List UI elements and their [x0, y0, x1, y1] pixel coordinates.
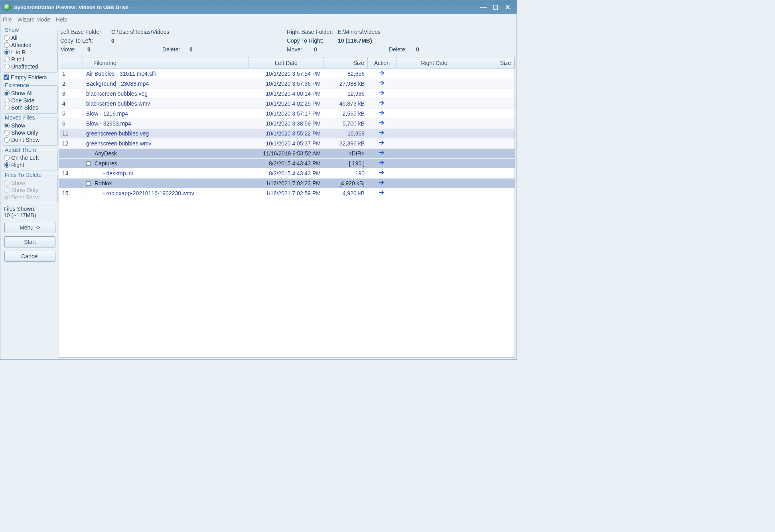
radio-ex-0[interactable]: Show All — [4, 90, 56, 97]
main-panel: Left Base Folder:C:\Users\Tobias\Videos … — [59, 27, 515, 358]
radio-input[interactable] — [4, 35, 10, 41]
radio-input[interactable] — [4, 162, 10, 168]
radio-label: Right — [11, 162, 24, 168]
table-row[interactable]: 2Background - 23088.mp410/1/2020 3:57:36… — [59, 79, 515, 89]
group-show-legend: Show — [4, 27, 20, 33]
arrow-right-icon[interactable] — [368, 160, 396, 167]
table-row[interactable]: 15└ robloxapp-20210116-1902230.wmv1/16/2… — [59, 188, 515, 198]
radio-label: Show — [11, 180, 25, 186]
radio-show-1[interactable]: Affected — [4, 41, 56, 49]
app-window: Synchronization Preview: Videos to USB D… — [0, 0, 517, 360]
radio-label: Show — [11, 122, 25, 129]
radio-label: All — [11, 35, 18, 41]
group-show: Show AllAffectedL to RR to LUnaffected — [2, 27, 58, 73]
row-number: 1 — [59, 71, 83, 77]
menu-file[interactable]: File — [3, 16, 12, 23]
radio-mv-0[interactable]: Show — [4, 122, 56, 129]
col-size-left[interactable]: Size — [324, 57, 368, 69]
table-row[interactable]: 1Air Bubbles - 31611.mp4.sfk10/1/2020 3:… — [59, 69, 515, 79]
row-filename: greenscreen bubbles.wmv — [83, 140, 249, 147]
arrow-right-icon[interactable] — [368, 130, 396, 137]
table-row[interactable]: 5Blow - 1219.mp410/1/2020 3:57:17 PM2,56… — [59, 109, 515, 119]
row-left-date: 10/1/2020 4:05:37 PM — [249, 140, 324, 147]
radio-input[interactable] — [4, 105, 10, 110]
radio-show-2[interactable]: L to R — [4, 49, 56, 56]
table-row[interactable]: 4blackscreen bubbles.wmv10/1/2020 4:02:2… — [59, 99, 515, 109]
menu-help[interactable]: Help — [56, 16, 67, 23]
filename-text: Roblox — [95, 180, 112, 186]
radio-input[interactable] — [4, 42, 10, 48]
col-action[interactable]: Action — [368, 57, 396, 69]
row-left-date: 10/1/2020 4:00:14 PM — [249, 90, 324, 97]
radio-show-0[interactable]: All — [4, 34, 56, 41]
table-row[interactable]: 3blackscreen bubbles.veg10/1/2020 4:00:1… — [59, 89, 515, 99]
file-table: Filename Left Date Size Action Right Dat… — [59, 57, 515, 358]
maximize-button[interactable]: ☐ — [489, 3, 501, 11]
menu-wizard-mode[interactable]: Wizard Mode — [18, 16, 50, 23]
radio-input[interactable] — [4, 130, 10, 135]
filename-text: blackscreen bubbles.veg — [86, 90, 148, 97]
empty-folders-input[interactable] — [4, 75, 9, 80]
start-button[interactable]: Start — [4, 236, 55, 247]
row-filename: └ robloxapp-20210116-1902230.wmv — [83, 190, 249, 196]
radio-mv-2[interactable]: Don't Show — [4, 136, 56, 143]
radio-input[interactable] — [4, 64, 10, 69]
row-size: 27,988 kB — [324, 80, 368, 87]
radio-input[interactable] — [4, 123, 10, 128]
radio-input[interactable] — [4, 49, 10, 55]
arrow-right-icon[interactable] — [368, 120, 396, 127]
row-filename: AnyDesk — [83, 150, 249, 157]
table-row-dir[interactable]: AnyDesk11/16/2018 9:53:52 AM<DIR> — [59, 149, 515, 159]
files-shown-label: Files Shown: — [4, 206, 58, 212]
col-size-right[interactable]: Size — [472, 57, 515, 69]
radio-dl-2: Don't Show — [4, 194, 56, 201]
radio-input[interactable] — [4, 90, 10, 96]
arrow-right-icon[interactable] — [368, 90, 396, 97]
radio-input[interactable] — [4, 137, 10, 143]
radio-mv-1[interactable]: Show Only — [4, 129, 56, 136]
titlebar[interactable]: Synchronization Preview: Videos to USB D… — [0, 0, 517, 14]
col-right-date[interactable]: Right Date — [396, 57, 472, 69]
row-number: 15 — [59, 190, 83, 196]
left-base-folder-label: Left Base Folder: — [60, 27, 108, 36]
radio-input — [4, 194, 10, 200]
radio-show-3[interactable]: R to L — [4, 56, 56, 63]
arrow-right-icon[interactable] — [368, 180, 396, 187]
expander-icon[interactable]: - — [86, 161, 91, 166]
arrow-right-icon[interactable] — [368, 100, 396, 107]
radio-input[interactable] — [4, 98, 10, 103]
table-row-dir[interactable]: -Roblox1/16/2021 7:02:23 PM[4,920 kB] — [59, 179, 515, 188]
col-left-date[interactable]: Left Date — [249, 57, 324, 69]
menu-button[interactable]: Menu -> — [4, 222, 55, 233]
table-row[interactable]: 6Blow - 32953.mp410/1/2020 3:38:59 PM5,7… — [59, 119, 515, 129]
col-filename[interactable]: Filename — [83, 57, 249, 69]
table-row[interactable]: 12greenscreen bubbles.wmv10/1/2020 4:05:… — [59, 139, 515, 149]
arrow-right-icon[interactable] — [368, 140, 396, 147]
arrow-right-icon[interactable] — [368, 150, 396, 157]
minimize-button[interactable]: — — [477, 3, 489, 11]
radio-show-4[interactable]: Unaffected — [4, 63, 56, 70]
cancel-button[interactable]: Cancel — [4, 251, 55, 262]
table-row-dir[interactable]: -Captures8/2/2015 4:43:43 PM[ 190 ] — [59, 159, 515, 169]
empty-folders-checkbox[interactable]: Empty Folders — [2, 73, 58, 81]
arrow-right-icon[interactable] — [368, 80, 396, 87]
arrow-right-icon[interactable] — [368, 190, 396, 197]
expander-icon[interactable]: - — [86, 181, 91, 186]
arrow-right-icon[interactable] — [368, 70, 396, 77]
table-row[interactable]: 11greenscreen bubbles.veg10/1/2020 3:55:… — [59, 129, 515, 139]
radio-ad-0[interactable]: On the Left — [4, 154, 56, 161]
table-body[interactable]: 1Air Bubbles - 31611.mp4.sfk10/1/2020 3:… — [59, 69, 515, 357]
arrow-right-icon[interactable] — [368, 110, 396, 117]
table-row[interactable]: 14└ desktop.ini8/2/2015 4:43:43 PM190 — [59, 169, 515, 179]
row-size: 2,565 kB — [324, 110, 368, 117]
copy-to-left-label: Copy To Left: — [60, 36, 108, 45]
radio-ex-2[interactable]: Both Sides — [4, 104, 56, 111]
radio-input[interactable] — [4, 155, 10, 161]
radio-input[interactable] — [4, 57, 10, 62]
col-number[interactable] — [59, 57, 83, 69]
row-size: [4,920 kB] — [324, 180, 368, 186]
close-button[interactable]: ✕ — [501, 3, 513, 11]
radio-ex-1[interactable]: One Side — [4, 97, 56, 104]
radio-ad-1[interactable]: Right — [4, 161, 56, 169]
arrow-right-icon[interactable] — [368, 170, 396, 177]
